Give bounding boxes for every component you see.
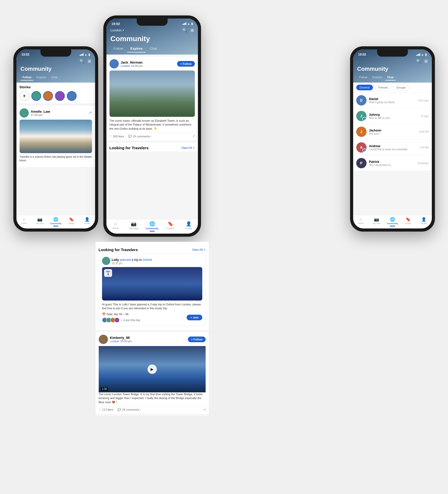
nav-profile-label-right: Profile	[421, 222, 427, 225]
location-chevron: ▾	[123, 29, 124, 32]
story-avatar-3	[55, 91, 65, 101]
post-share-left[interactable]: ↗	[88, 110, 92, 116]
jackson-name: Jackson	[369, 129, 417, 132]
add-btn-center[interactable]: ⊞	[190, 28, 194, 33]
wifi-icon-left: ▲	[85, 53, 87, 56]
filter-friends[interactable]: Friends	[375, 85, 391, 90]
chat-item-patrick[interactable]: P Patrick Yes I would love to-- Yesterda…	[353, 155, 432, 171]
nav-profile-center[interactable]: 👤 Profile	[179, 221, 198, 232]
tab-explore-center[interactable]: Explore	[127, 45, 146, 52]
story-1[interactable]	[31, 91, 41, 101]
play-button[interactable]: ▶	[148, 365, 157, 374]
post-image-left	[20, 120, 92, 153]
location-label-center[interactable]: London ▾	[111, 28, 124, 32]
johnny-avatar: J 1	[356, 111, 367, 121]
lolly-dest-link[interactable]: Oxford	[143, 258, 152, 262]
chat-item-johnny[interactable]: J 1 Johnny Nice to talk to you! 1h ago	[353, 108, 432, 124]
jackson-info: Jackson Yes sure !	[369, 129, 417, 135]
search-btn-left[interactable]: 🔍	[79, 59, 85, 64]
lolly-name: Lolly	[112, 258, 119, 262]
nav-profile-left[interactable]: 👤 Profile	[79, 217, 95, 226]
tab-follow-right[interactable]: Follow	[357, 74, 370, 81]
tab-follow-left[interactable]: Follow	[21, 74, 34, 81]
post-card-left: Amelle_Law 17:00 pm ↗ Traveller is a sci…	[16, 106, 95, 167]
nav-community-center[interactable]: 🌐 Community	[143, 221, 161, 232]
share-icon-jack: ↗	[193, 135, 195, 138]
date-range-text: Date: Apr 04 – 06	[107, 313, 129, 316]
wifi-icon-center: ▲	[187, 22, 190, 25]
filter-general[interactable]: General	[356, 85, 373, 90]
tabs-right: Follow Explore Chat	[353, 74, 432, 81]
chat-item-andrew[interactable]: A 2 Andrew I would like to meet you some…	[353, 140, 432, 155]
chat-item-jackson[interactable]: J Jackson Yes sure ! 9:00 PM	[353, 124, 432, 140]
jack-like-btn[interactable]: ♡ 300 likes	[109, 135, 124, 138]
tabs-center: Follow Explore Chat	[106, 45, 198, 52]
tab-chat-left[interactable]: Chat	[49, 74, 59, 81]
post-caption-left: Traveller is a science-fiction role-play…	[20, 155, 92, 162]
tab-chat-center[interactable]: Chat	[147, 45, 160, 52]
story-add[interactable]: +	[20, 91, 29, 101]
nav-trips-center[interactable]: 📷 My Trips	[125, 221, 143, 232]
chat-item-daniel[interactable]: D Daniel How's going my friend. 1min ago	[353, 93, 432, 108]
nav-home-right[interactable]: ⌂ Home	[353, 217, 369, 226]
search-btn-center[interactable]: 🔍	[182, 28, 187, 33]
andrew-avatar: A 2	[356, 142, 367, 153]
view-all-center[interactable]: View All >	[181, 146, 195, 150]
search-btn-right[interactable]: 🔍	[416, 59, 421, 64]
kimberly-share-btn[interactable]: ↗	[203, 408, 206, 411]
battery-icon-center: ▮	[191, 22, 193, 25]
filter-groups[interactable]: Groups	[393, 85, 409, 90]
andrew-preview: I would like to meet you someday!	[369, 148, 417, 151]
kimberly-comment-btn[interactable]: 💬 29 comments ›	[117, 408, 141, 411]
nav-community-label-left: Community	[50, 222, 61, 225]
jack-comment-btn[interactable]: 💬 29 comments ›	[128, 135, 152, 138]
nav-trips-left[interactable]: 📷 My Trips	[32, 217, 48, 226]
jackson-preview: Yes sure !	[369, 132, 417, 135]
jack-share-btn[interactable]: ↗	[193, 135, 195, 138]
nav-home-left[interactable]: ⌂ Home	[16, 217, 32, 226]
kimberly-actions: ♡ 113 likes 💬 29 comments › ↗	[99, 406, 206, 411]
join-trip-btn[interactable]: + Join	[187, 315, 202, 320]
nav-community-left[interactable]: 🌐 Community	[48, 217, 63, 226]
view-all-bottom[interactable]: View All >	[192, 248, 205, 252]
date-month: Apr	[106, 270, 110, 273]
patrick-info: Patrick Yes I would love to--	[369, 160, 415, 166]
nav-saved-center[interactable]: 🔖 Saved	[161, 221, 179, 232]
tab-chat-right[interactable]: Chat	[385, 74, 396, 81]
nav-trips-right[interactable]: 📷 My Trips	[369, 217, 385, 226]
lolly-action: planned	[120, 258, 132, 262]
story-avatar-1	[31, 91, 41, 101]
status-icons-left: ▲ ▮	[80, 53, 90, 56]
nav-community-right[interactable]: 🌐 Community	[385, 217, 400, 226]
jack-caption: The iconic tower, officially known as El…	[109, 119, 195, 131]
add-btn-left[interactable]: ⊞	[88, 59, 91, 64]
lolly-destination: a trip to	[132, 258, 143, 262]
nav-saved-left[interactable]: 🔖 Saved	[63, 217, 79, 226]
kimberly-like-btn[interactable]: ♡ 113 likes	[99, 408, 113, 411]
add-btn-right[interactable]: ⊞	[424, 59, 428, 64]
nav-saved-right[interactable]: 🔖 Saved	[400, 217, 416, 226]
story-avatar-4	[67, 91, 77, 101]
travelers-section-center: Looking for Travelers View All >	[106, 143, 198, 152]
story-2[interactable]	[43, 91, 53, 101]
nav-profile-right[interactable]: 👤 Profile	[416, 217, 432, 226]
story-3[interactable]	[55, 91, 65, 101]
trip-participants	[102, 317, 120, 323]
tab-explore-right[interactable]: Explore	[370, 74, 384, 81]
add-story-btn[interactable]: +	[20, 91, 29, 101]
nav-indicator-center	[150, 231, 155, 232]
nav-home-center[interactable]: ⌂ Home	[106, 221, 125, 232]
calendar-icon: 📅	[102, 313, 106, 316]
tab-follow-center[interactable]: Follow	[111, 45, 126, 52]
story-4[interactable]	[67, 91, 77, 101]
jack-follow-btn[interactable]: + Follow	[177, 61, 195, 67]
kimberly-follow-btn[interactable]: + Follow	[188, 337, 205, 342]
nav-saved-label-left: Saved	[68, 222, 74, 225]
tab-explore-left[interactable]: Explore	[34, 74, 48, 81]
andrew-time: 7:30 AM	[419, 146, 429, 149]
jack-likes: 300 likes	[113, 135, 124, 138]
app-scene: 19:02 ▲ ▮	[6, 10, 443, 484]
participant-4	[114, 317, 120, 323]
heart-icon: ♡	[109, 135, 112, 138]
tower-bridge-image: ▶ 1:30	[99, 346, 206, 392]
